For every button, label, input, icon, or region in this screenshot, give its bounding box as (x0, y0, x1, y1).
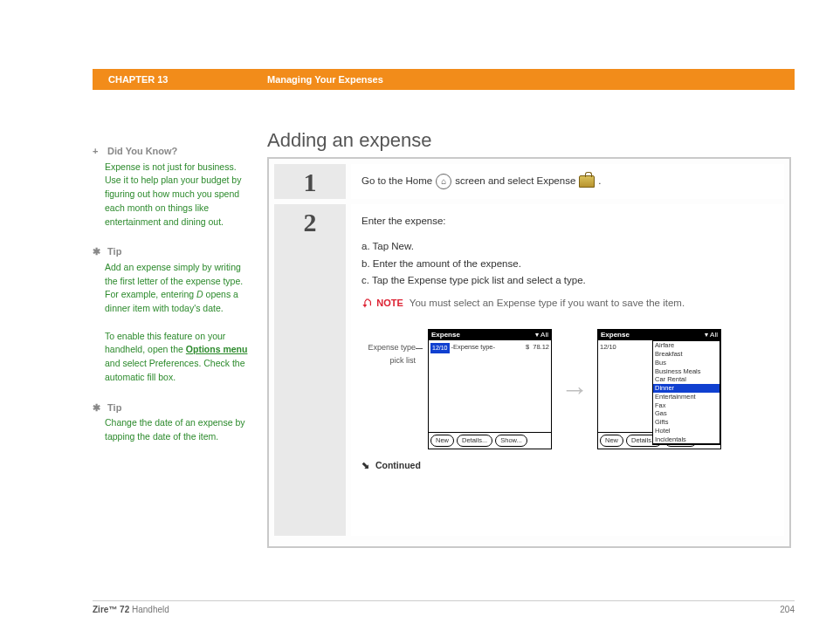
step-1-number: 1 (304, 168, 317, 197)
expense-date[interactable]: 12/10 (600, 342, 616, 353)
footer-product: Zire™ 72 Handheld (93, 605, 169, 614)
new-button[interactable]: New (600, 435, 623, 448)
step-1-content: Go to the Home ⌂ screen and select Expen… (346, 164, 784, 199)
continued-arrow-icon: ⬊ (361, 458, 369, 474)
step-2a: a. Tap New. (361, 238, 774, 256)
palm-screen-left: Expense ▾ All 12/10 -Expense type- $ 78.… (428, 329, 552, 449)
tip1-heading: Tip (107, 246, 121, 257)
option-gifts[interactable]: Gifts (653, 418, 719, 427)
tip2-body: Change the date of an expense by tapping… (93, 416, 250, 444)
asterisk-icon: ✱ (93, 244, 105, 259)
step-2c: c. Tap the Expense type pick list and se… (361, 272, 774, 290)
expense-type-picklist[interactable]: -Expense type- (451, 342, 495, 353)
show-button[interactable]: Show... (495, 435, 527, 448)
screenshots-row: Expense type pick list Expense ▾ All 12/… (361, 329, 774, 449)
option-gas[interactable]: Gas (653, 409, 719, 418)
option-airfare[interactable]: Airfare (653, 341, 719, 350)
page-title: Adding an expense (267, 129, 431, 152)
option-fax[interactable]: Fax (653, 401, 719, 410)
option-business-meals[interactable]: Business Meals (653, 367, 719, 376)
category-selector[interactable]: ▾ All (705, 329, 718, 341)
chapter-title: Managing Your Expenses (267, 74, 383, 85)
expense-date[interactable]: 12/10 (430, 343, 450, 353)
tip2-heading: Tip (107, 402, 121, 413)
arrow-right-icon: → (561, 366, 589, 413)
asterisk-icon: ✱ (93, 401, 105, 415)
expense-type-dropdown[interactable]: Airfare Breakfast Bus Business Meals Car… (652, 340, 720, 445)
note-label: NOTE (376, 298, 403, 308)
chapter-header: CHAPTER 13 Managing Your Expenses (93, 69, 795, 90)
did-you-know-body: Expense is not just for business. Use it… (93, 161, 250, 230)
footer: Zire™ 72 Handheld 204 (93, 600, 795, 614)
option-entertainment[interactable]: Entertainment (653, 393, 719, 401)
continued-label: ⬊ Continued (361, 458, 774, 474)
sidebar: + Did You Know? Expense is not just for … (93, 144, 250, 460)
pick-list-label: Expense type pick list (361, 341, 419, 368)
step-2-intro: Enter the expense: (361, 213, 774, 230)
details-button[interactable]: Details... (457, 435, 492, 448)
page-number: 204 (780, 605, 795, 614)
note-icon: ⮏ (361, 298, 372, 308)
tip2-block: ✱ Tip Change the date of an expense by t… (93, 401, 250, 444)
did-you-know-heading: Did You Know? (107, 146, 177, 156)
palm-screen-right: Expense ▾ All 12/10 78.12 Airfare Breakf… (597, 329, 721, 449)
plus-icon: + (93, 144, 105, 159)
category-selector[interactable]: ▾ All (535, 329, 548, 341)
steps-panel: 1 Go to the Home ⌂ screen and select Exp… (267, 157, 791, 548)
step-1: 1 Go to the Home ⌂ screen and select Exp… (274, 164, 784, 199)
step-2-number: 2 (304, 208, 317, 237)
option-bus[interactable]: Bus (653, 359, 719, 367)
screen-title: Expense (601, 329, 630, 341)
options-menu-link[interactable]: Options menu (186, 344, 248, 354)
expense-icon (579, 175, 595, 188)
did-you-know-block: + Did You Know? Expense is not just for … (93, 144, 250, 229)
step-2-content: Enter the expense: a. Tap New. b. Enter … (346, 204, 784, 536)
option-breakfast[interactable]: Breakfast (653, 350, 719, 359)
expense-row[interactable]: 12/10 -Expense type- $ 78.12 (430, 342, 549, 353)
step-2: 2 Enter the expense: a. Tap New. b. Ente… (274, 204, 784, 536)
option-incidentals[interactable]: Incidentals (653, 435, 719, 445)
tip1-body: Add an expense simply by writing the fir… (93, 261, 250, 385)
note: ⮏ NOTE You must select an Expense type i… (361, 295, 774, 312)
option-hotel[interactable]: Hotel (653, 427, 719, 435)
note-text: You must select an Expense type if you w… (410, 298, 685, 308)
option-car-rental[interactable]: Car Rental (653, 375, 719, 384)
home-icon: ⌂ (436, 174, 451, 189)
option-dinner[interactable]: Dinner (653, 384, 719, 393)
tip1-block: ✱ Tip Add an expense simply by writing t… (93, 244, 250, 384)
new-button[interactable]: New (430, 435, 454, 448)
screen-title: Expense (431, 329, 460, 341)
step-2b: b. Enter the amount of the expense. (361, 256, 774, 273)
chapter-label: CHAPTER 13 (93, 74, 267, 85)
